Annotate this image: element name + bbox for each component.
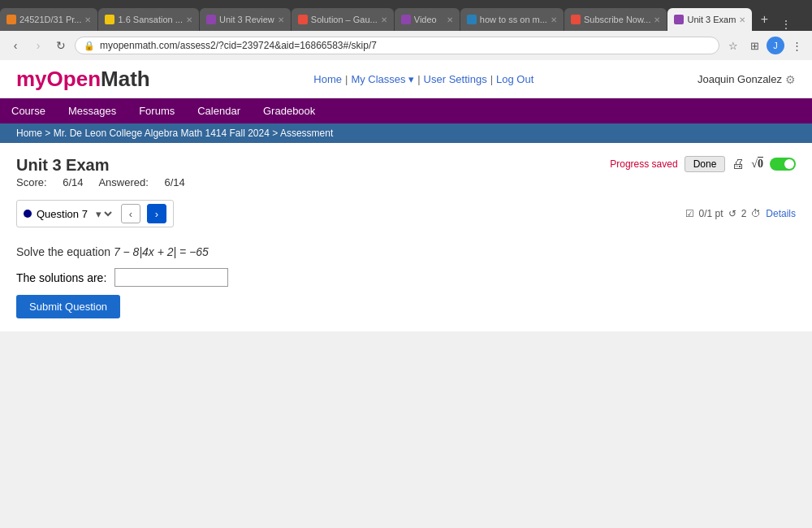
problem-instruction: Solve the equation [16,245,110,258]
back-button[interactable]: ‹ [6,37,24,54]
browser-tab-tab8[interactable]: Unit 3 Exam ✕ [667,8,752,31]
page-body [0,331,812,528]
submit-question-button[interactable]: Submit Question [16,295,120,318]
tab-favicon [467,15,477,24]
nav-log-out-link[interactable]: Log Out [496,73,533,85]
progress-saved: Progress saved [610,158,677,170]
nav-calendar[interactable]: Calendar [186,98,252,123]
dropdown-arrow: ▾ [408,73,414,85]
problem-equation: 7 − 8|4x + 2| = −65 [114,245,209,258]
browser-tab-tab6[interactable]: how to ss on m... ✕ [460,8,564,31]
nav-sep2: | [417,73,420,85]
browser-tab-tab2[interactable]: 1.6 Sansation ... ✕ [98,8,199,31]
tab-label: Unit 3 Review [219,15,274,24]
breadcrumb-sep2: > [272,128,280,139]
browser-tab-tab3[interactable]: Unit 3 Review ✕ [200,8,291,31]
attempts-label: 0/1 pt [699,208,723,219]
nav-forums[interactable]: Forums [127,98,186,123]
browser-tab-tab4[interactable]: Solution – Gau... ✕ [292,8,394,31]
logo-open: Open [47,67,101,91]
tab-bar: 24521D/31 Pr... ✕ 1.6 Sansation ... ✕ Un… [0,0,812,31]
prev-question-button[interactable]: ‹ [121,204,140,223]
more-tabs-button[interactable]: ⋮ [775,18,797,31]
tab-close-button[interactable]: ✕ [654,15,660,24]
tab-label: Unit 3 Exam [687,15,736,24]
exam-title-area: Unit 3 Exam Score: 6/14 Answered: 6/14 [16,156,198,188]
problem-area: Solve the equation 7 − 8|4x + 2| = −65 T… [16,245,796,318]
answer-label: The solutions are: [16,271,106,284]
question-nav-row: Question 7 ▾ ‹ › ☑ 0/1 pt ↺ 2 ⏱ Details [16,192,796,236]
nav-user-settings-link[interactable]: User Settings [424,73,487,85]
breadcrumb-sep1: > [45,128,53,139]
question-dropdown[interactable]: ▾ [93,207,114,221]
tab-close-button[interactable]: ✕ [447,15,453,24]
sqrt-icon[interactable]: √0 [751,158,763,171]
nav-messages[interactable]: Messages [57,98,127,123]
settings-icon[interactable]: ⚙ [785,73,796,86]
question-label: Question 7 [37,208,88,220]
tab-close-button[interactable]: ✕ [551,15,557,24]
check-icon: ☑ [685,208,694,219]
tab-favicon [674,15,684,24]
tab-label: how to ss on m... [480,15,547,24]
breadcrumb-home[interactable]: Home [16,128,42,139]
question-meta: ☑ 0/1 pt ↺ 2 ⏱ Details [685,208,796,219]
browser-tab-tab1[interactable]: 24521D/31 Pr... ✕ [0,8,97,31]
site-header: myOpenMath Home | My Classes ▾ | User Se… [0,60,812,98]
nav-sep3: | [490,73,493,85]
print-icon[interactable]: 🖨 [732,157,745,171]
exam-score: Score: 6/14 Answered: 6/14 [16,176,198,188]
answer-input[interactable] [114,268,228,287]
tab-close-button[interactable]: ✕ [84,15,91,24]
reload-button[interactable]: ↻ [52,37,70,54]
nav-gradebook[interactable]: Gradebook [252,98,326,123]
toggle-switch[interactable] [770,158,796,171]
tab-favicon [6,15,16,24]
main-content: Unit 3 Exam Score: 6/14 Answered: 6/14 P… [0,143,812,331]
tab-label: 24521D/31 Pr... [19,15,81,24]
address-bar[interactable]: 🔒 myopenmath.com/assess2/?cid=239724&aid… [75,37,719,54]
details-link[interactable]: Details [766,208,796,219]
address-bar-row: ‹ › ↻ 🔒 myopenmath.com/assess2/?cid=2397… [0,31,812,60]
profile-avatar[interactable]: J [767,37,784,54]
breadcrumb-course[interactable]: Mr. De Leon College Algebra Math 1414 Fa… [54,128,270,139]
logo-math: Math [101,67,150,91]
star-icon[interactable]: ☆ [724,37,742,54]
clock-icon: ⏱ [751,208,761,219]
next-question-button[interactable]: › [147,204,166,223]
question-dot [24,210,32,218]
tab-close-button[interactable]: ✕ [186,15,192,24]
nav-sep1: | [345,73,348,85]
browser-tab-tab5[interactable]: Video ✕ [395,8,460,31]
nav-home-link[interactable]: Home [313,73,342,85]
logo-my: my [16,67,47,91]
tab-close-button[interactable]: ✕ [381,15,387,24]
forward-button[interactable]: › [29,37,47,54]
browser-tab-tab7[interactable]: Subscribe Now... ✕ [564,8,667,31]
answered-label: Answered: [98,176,148,188]
score-value: 6/14 [63,176,83,188]
lock-icon: 🔒 [84,41,95,51]
retries-label: 2 [741,208,747,219]
header-user: Joaquin Gonzalez ⚙ [698,73,796,86]
nav-course[interactable]: Course [0,98,57,123]
question-indicator: Question 7 ▾ [24,207,114,221]
tab-label: Solution – Gau... [311,15,378,24]
score-label: Score: [16,176,47,188]
tab-close-button[interactable]: ✕ [278,15,284,24]
progress-area: Progress saved Done 🖨 √0 [610,156,796,172]
browser-icons: ☆ ⊞ J ⋮ [724,37,806,54]
more-options-icon[interactable]: ⋮ [788,37,806,54]
answered-value: 6/14 [164,176,184,188]
profile-menu-icon[interactable]: ⊞ [745,37,763,54]
done-button[interactable]: Done [685,156,726,172]
tab-close-button[interactable]: ✕ [739,15,745,24]
nav-my-classes-link[interactable]: My Classes ▾ [351,73,414,85]
tab-label: Subscribe Now... [584,15,651,24]
tab-favicon [206,15,216,24]
breadcrumb: Home > Mr. De Leon College Algebra Math … [0,123,812,143]
tab-label: 1.6 Sansation ... [118,15,183,24]
logo: myOpenMath [16,67,150,92]
tab-favicon [571,15,581,24]
add-tab-button[interactable]: + [753,8,775,31]
